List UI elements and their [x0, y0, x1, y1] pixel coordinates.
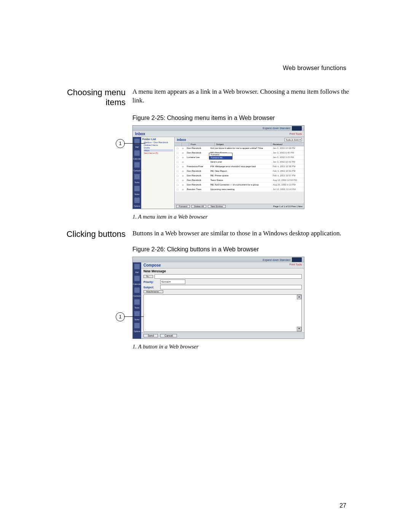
header-title: Inbox [135, 132, 145, 136]
row-subject: RE: Add Container — it's concurrent for … [209, 184, 271, 186]
nav-label: Calendar [133, 283, 141, 285]
col-attach-icon[interactable] [182, 143, 189, 146]
nav-options-icon[interactable] [134, 198, 140, 203]
nav-label: Notes [134, 193, 139, 195]
figure-2-26: 1 Expand down Standard Mail Calendar Con… [132, 257, 358, 339]
mail-row[interactable]: ☐✉Dan RandnickRE: New ReportFeb 4, 2002 … [175, 169, 304, 174]
context-menu: Forward Forward All... [209, 153, 233, 160]
mail-row[interactable]: ☐✉Dan RandnickTeam StatusAug 10, 2002 12… [175, 178, 304, 183]
side-heading: Clicking buttons [49, 229, 126, 239]
row-envelope-icon: ✉ [180, 152, 185, 154]
nav-label: Calendar [133, 158, 141, 160]
folder-item[interactable]: Sent Items (5) [144, 152, 173, 154]
row-check-icon[interactable]: ☐ [175, 179, 180, 182]
menu-item[interactable]: Forward [209, 153, 232, 156]
row-subject: RE: Printer queue [209, 174, 271, 177]
col-subject[interactable]: Subject [215, 143, 271, 146]
print-tools-link[interactable]: Print Tools [289, 263, 302, 267]
folder-item[interactable]: Deleted Items [144, 144, 173, 146]
nav-mail-icon[interactable] [134, 264, 140, 269]
row-envelope-icon: ✉ [180, 179, 185, 182]
scroll-up-icon[interactable]: ▲ [297, 295, 301, 299]
row-check-icon[interactable]: ☐ [175, 156, 180, 159]
menu-item-selected[interactable]: Forward All... [209, 156, 232, 159]
folder-tree: Folder List Mailbox - Dan Randnick Delet… [141, 137, 175, 209]
nav-calendar-icon[interactable] [134, 150, 140, 156]
body-text: A menu item appears as a link in a Web b… [132, 88, 358, 105]
mail-row[interactable]: ☐✉Dan RandnickRE: Printer queueFeb 4, 20… [175, 174, 304, 178]
nav-options-icon[interactable] [134, 323, 140, 328]
mail-row[interactable]: ☐✉Dan RandnickDid you know it takes for … [175, 146, 304, 151]
mail-row[interactable]: ☐✉Francesca FinalFW: Webpage error shoul… [175, 165, 304, 169]
col-from[interactable]: From [189, 143, 215, 146]
compose-footer: Send Cancel [141, 332, 304, 339]
message-body-editor[interactable]: ▲ ▼ [143, 294, 302, 332]
screenshot-inbox: Expand down Standard Inbox Print Tools M… [132, 125, 304, 209]
mail-row[interactable]: ☐✉Here's one!Jan 3, 2002 10:42 PM [175, 160, 304, 165]
print-tools-link[interactable]: Print Tools [289, 133, 302, 135]
mail-column-headers: From Subject Received [175, 143, 304, 146]
brand-logo-icon [292, 257, 302, 262]
row-envelope-icon: ✉ [180, 147, 185, 150]
nav-contacts-icon[interactable] [134, 288, 140, 293]
col-flag-icon[interactable] [175, 143, 182, 146]
send-button[interactable]: Send [143, 334, 158, 337]
row-envelope-icon: ✉ [180, 170, 185, 173]
cancel-button[interactable]: Cancel [160, 334, 177, 337]
attachments-button[interactable]: Attachments... [143, 290, 163, 293]
forward-button[interactable]: Forward [176, 205, 190, 208]
folder-item[interactable]: Drafts [144, 147, 173, 149]
row-check-icon[interactable]: ☐ [175, 147, 180, 150]
mail-row[interactable]: ☐✉Brandon TrentUpcoming race meetingJul … [175, 187, 304, 192]
nav-rail: Mail Calendar Contacts Tasks Notes Optio… [133, 137, 141, 209]
side-heading: Choosing menu items [49, 88, 126, 108]
to-button[interactable]: To... [143, 275, 153, 278]
nav-rail: Mail Calendar Contacts Tasks Notes Optio… [133, 262, 141, 339]
nav-calendar-icon[interactable] [134, 276, 140, 281]
row-check-icon[interactable]: ☐ [175, 174, 180, 177]
row-check-icon[interactable]: ☐ [175, 170, 180, 173]
compose-title: Compose [143, 263, 161, 267]
folder-item-inbox[interactable]: Inbox [144, 149, 173, 152]
row-subject: FW: Webpage error shouldn't stop page lo… [209, 165, 271, 168]
folder-item[interactable]: Mailbox - Dan Randnick [144, 141, 173, 144]
row-subject: Here's one! [209, 161, 271, 163]
row-check-icon[interactable]: ☐ [175, 152, 180, 154]
nav-contacts-icon[interactable] [134, 162, 140, 168]
nav-tasks-icon[interactable] [134, 299, 140, 305]
row-check-icon[interactable]: ☐ [175, 184, 180, 186]
to-field[interactable] [155, 274, 302, 279]
row-check-icon[interactable]: ☐ [175, 165, 180, 168]
subject-label: Subject: [143, 286, 159, 289]
tools-dropdown[interactable]: Tools & Such ▾ [284, 138, 302, 141]
figure-note: 1. A button in a Web browser [132, 343, 358, 350]
nav-label: Tasks [135, 182, 140, 184]
row-check-icon[interactable]: ☐ [175, 161, 180, 163]
mail-row[interactable]: ☐✉Dan RandnickRE: Add Container — it's c… [175, 183, 304, 187]
subject-field[interactable] [160, 285, 302, 289]
row-subject: RE: New Report [209, 170, 271, 172]
row-from: Dan Randnick [185, 170, 209, 172]
nav-label: Options [134, 331, 140, 332]
nav-notes-icon[interactable] [134, 311, 140, 316]
mail-row[interactable]: ☐✉Lorraine LeeRE: Auto-reloadJan 3, 2002… [175, 155, 304, 160]
col-received[interactable]: Received [271, 143, 304, 146]
row-date: Jan 3, 2002 10:42 PM [271, 161, 304, 163]
nav-label: Options [134, 205, 140, 207]
delete-all-button[interactable]: Delete All [191, 205, 206, 208]
titlebar-text: Expand down Standard [263, 259, 290, 261]
nav-label: Contacts [133, 295, 141, 297]
row-from: Dan Randnick [185, 179, 209, 181]
mail-row[interactable]: ☐✉Dan RandnickRE: New ServerJan 3, 2002 … [175, 151, 304, 155]
priority-select[interactable]: Normal ▾ [160, 280, 185, 284]
row-from: Dan Randnick [185, 174, 209, 177]
mail-list-title: Inbox [177, 138, 186, 142]
row-check-icon[interactable]: ☐ [175, 188, 180, 191]
new-entries-button[interactable]: New Entries [208, 205, 225, 208]
row-subject: Upcoming race meeting [209, 188, 271, 190]
nav-tasks-icon[interactable] [134, 174, 140, 179]
scroll-down-icon[interactable]: ▼ [297, 327, 301, 331]
mail-footer: Forward Delete All New Entries Page 1 of… [175, 204, 304, 209]
nav-notes-icon[interactable] [134, 186, 140, 191]
nav-label: Contacts [133, 170, 141, 172]
